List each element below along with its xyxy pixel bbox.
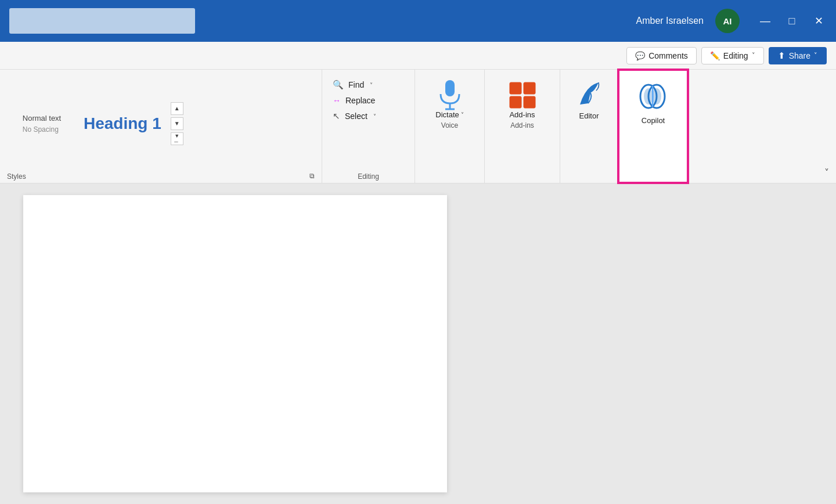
style-no-spacing[interactable]: Normal text No Spacing [7,92,77,156]
editor-label: Editor [579,111,599,120]
avatar[interactable]: AI [715,9,740,33]
dictate-chevron-icon: ˅ [461,111,464,118]
editing-mode-button[interactable]: ✏️ Editing ˅ [701,47,764,64]
styles-expand[interactable]: ▼─ [171,132,183,145]
styles-list: Normal text No Spacing Heading 1 ▲ ▼ ▼─ [7,75,315,171]
title-bar: Amber Israelsen AI — □ ✕ [0,0,836,42]
no-spacing-label: No Spacing [23,125,61,134]
share-chevron-icon: ˅ [814,52,817,59]
ribbon-top-bar: 💬 Comments ✏️ Editing ˅ ⬆ Share ˅ [0,42,836,70]
styles-dialog-launcher-icon[interactable]: ⧉ [309,172,315,180]
styles-scroll-controls: ▲ ▼ ▼─ [168,102,183,145]
replace-label: Replace [345,96,375,105]
window-controls: — □ ✕ [757,16,827,26]
svg-rect-0 [445,80,455,96]
comments-label: Comments [648,51,688,60]
editing-section: 🔍 Find ˅ ↔ Replace ↖ Select ˅ Editing [322,70,415,183]
heading1-preview: Heading 1 [84,114,161,133]
maximize-button[interactable]: □ [784,16,800,26]
no-spacing-preview: Normal text No Spacing [23,113,61,133]
replace-button[interactable]: ↔ Replace [331,94,405,107]
styles-section-label: Styles [7,171,26,181]
title-bar-right: Amber Israelsen AI — □ ✕ [636,9,827,33]
styles-scroll-up[interactable]: ▲ [171,102,183,115]
select-chevron-icon: ˅ [373,113,376,120]
share-button[interactable]: ⬆ Share ˅ [769,47,827,64]
addins-label: Add-ins [509,110,535,119]
styles-label-row: Styles ⧉ [7,171,315,183]
user-name: Amber Israelsen [636,16,704,26]
dictate-label-row[interactable]: Dictate ˅ [435,110,463,119]
svg-rect-5 [510,96,521,108]
search-icon: 🔍 [333,80,344,90]
svg-rect-4 [524,82,535,94]
addins-grid-icon [507,80,538,110]
voice-section-label: Voice [441,119,458,132]
svg-rect-3 [510,82,521,94]
editing-section-label: Editing [331,170,405,183]
document-page[interactable] [23,195,447,492]
editing-label: Editing [723,51,748,60]
share-icon: ⬆ [778,51,785,61]
find-button[interactable]: 🔍 Find ˅ [331,78,405,92]
comments-button[interactable]: 💬 Comments [626,47,697,64]
dictate-label: Dictate [435,110,459,119]
editing-chevron-icon: ˅ [752,52,755,59]
addins-section: Add-ins Add-ins [485,70,560,183]
copilot-button[interactable] [635,78,672,115]
replace-icon: ↔ [333,96,341,105]
pencil-icon: ✏️ [710,51,720,60]
microphone-icon [436,79,464,111]
copilot-icon [636,79,671,114]
addins-section-label: Add-ins [510,119,534,132]
ribbon-collapse-button[interactable]: ˅ [824,167,829,178]
command-ribbon: Normal text No Spacing Heading 1 ▲ ▼ ▼─ … [0,70,836,183]
dictate-button[interactable] [435,80,465,110]
editing-tools: 🔍 Find ˅ ↔ Replace ↖ Select ˅ [331,74,405,170]
find-label: Find [348,80,364,89]
document-area [0,183,836,504]
document-right-area [447,195,813,492]
comments-icon: 💬 [635,51,645,60]
styles-scroll-down[interactable]: ▼ [171,117,183,130]
svg-rect-6 [524,96,535,108]
share-label: Share [789,51,810,60]
editor-section: Editor [560,70,618,183]
editor-button[interactable] [574,80,604,110]
cursor-icon: ↖ [333,111,340,121]
close-button[interactable]: ✕ [810,16,827,26]
title-bar-document-tab[interactable] [9,8,195,34]
copilot-section[interactable]: Copilot [618,70,688,183]
editor-quill-icon [574,80,604,110]
styles-section: Normal text No Spacing Heading 1 ▲ ▼ ▼─ … [0,70,322,183]
select-button[interactable]: ↖ Select ˅ [331,109,405,123]
find-chevron-icon: ˅ [370,82,373,88]
addins-button[interactable] [507,80,538,110]
minimize-button[interactable]: — [757,16,773,26]
voice-section: Dictate ˅ Voice [415,70,485,183]
copilot-label: Copilot [642,116,665,125]
style-heading1[interactable]: Heading 1 [77,92,168,156]
select-label: Select [345,111,367,121]
